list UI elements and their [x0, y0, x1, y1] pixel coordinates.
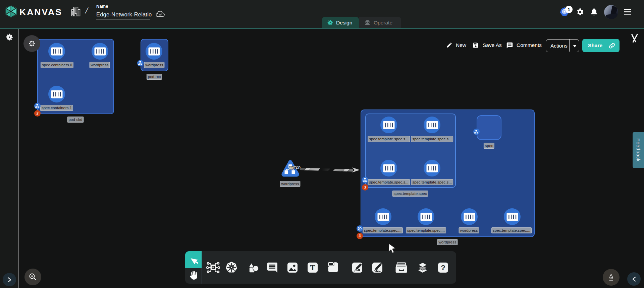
svg-text:T: T [310, 263, 315, 272]
svg-text:?: ? [441, 264, 445, 272]
